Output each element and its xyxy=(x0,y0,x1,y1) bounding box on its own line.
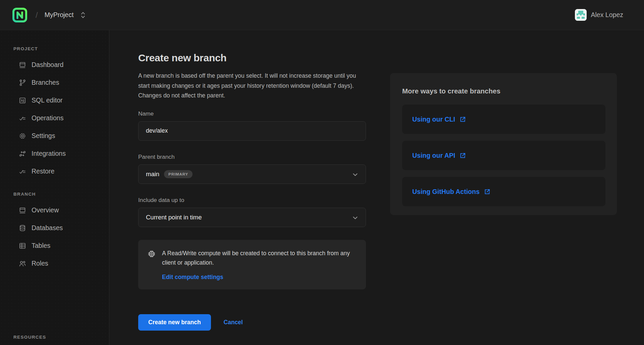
project-selector-icon[interactable] xyxy=(80,11,86,19)
parent-branch-value: main xyxy=(146,170,159,178)
form-actions: Create new branch Cancel xyxy=(138,314,366,331)
external-link-icon xyxy=(484,188,491,195)
external-link-icon xyxy=(459,116,466,123)
table-icon xyxy=(18,242,26,250)
sidebar-item-dashboard[interactable]: Dashboard xyxy=(0,56,109,74)
using-api-label: Using our API xyxy=(412,152,455,159)
using-cli-link[interactable]: Using our CLI xyxy=(412,116,466,123)
create-branch-button[interactable]: Create new branch xyxy=(138,314,211,331)
using-github-actions-link[interactable]: Using GitHub Actions xyxy=(412,188,491,196)
compute-note-text: A Read/Write compute will be created to … xyxy=(162,249,352,268)
branch-name-input[interactable] xyxy=(138,121,366,141)
edit-compute-settings-link[interactable]: Edit compute settings xyxy=(162,274,223,281)
dashboard-icon xyxy=(18,61,26,69)
avatar xyxy=(575,9,587,21)
sidebar-item-branches[interactable]: Branches xyxy=(0,74,109,91)
sidebar-item-label: Operations xyxy=(32,114,63,122)
users-icon xyxy=(18,260,26,268)
page-title: Create new branch xyxy=(138,52,366,64)
main-content: Create new branch A new branch is based … xyxy=(109,30,644,345)
user-menu[interactable]: Alex Lopez xyxy=(575,9,623,21)
sidebar-item-label: Integrations xyxy=(32,150,66,157)
include-data-select[interactable]: Current point in time xyxy=(138,208,366,227)
more-ways-title: More ways to create branches xyxy=(402,87,605,95)
cancel-link[interactable]: Cancel xyxy=(224,319,243,326)
integrations-icon xyxy=(18,150,26,158)
external-link-icon xyxy=(459,152,466,159)
sidebar-item-label: Branches xyxy=(32,79,59,86)
terminal-icon xyxy=(18,96,26,105)
sidebar-item-restore[interactable]: Restore xyxy=(0,162,109,180)
include-data-label: Include data up to xyxy=(138,197,366,204)
topbar: / MyProject Alex Lopez xyxy=(0,0,644,30)
overview-icon xyxy=(18,206,26,214)
database-icon xyxy=(18,224,26,232)
using-cli-label: Using our CLI xyxy=(412,116,455,123)
restore-checklist-icon xyxy=(18,167,26,176)
parent-branch-field-group: Parent branch main PRIMARY xyxy=(138,153,366,184)
parent-branch-label: Parent branch xyxy=(138,153,366,160)
sidebar-item-operations[interactable]: Operations xyxy=(0,109,109,127)
sidebar-section-resources: RESOURCES xyxy=(0,335,46,340)
breadcrumb-project-name[interactable]: MyProject xyxy=(45,11,74,19)
create-branch-form: Create new branch A new branch is based … xyxy=(138,52,366,331)
sidebar-item-overview[interactable]: Overview xyxy=(0,201,109,219)
sidebar-item-label: SQL editor xyxy=(32,96,63,104)
using-github-actions-label: Using GitHub Actions xyxy=(412,188,480,196)
compute-info-box: A Read/Write compute will be created to … xyxy=(138,240,366,289)
gear-icon xyxy=(18,132,26,140)
page-description: A new branch is based off the parent you… xyxy=(138,71,357,101)
sidebar-item-integrations[interactable]: Integrations xyxy=(0,145,109,162)
github-actions-card[interactable]: Using GitHub Actions xyxy=(402,177,605,206)
sidebar-item-sql-editor[interactable]: SQL editor xyxy=(0,91,109,109)
breadcrumb-separator: / xyxy=(36,10,38,20)
sidebar-item-label: Databases xyxy=(32,224,63,232)
sidebar-item-label: Dashboard xyxy=(32,61,63,69)
sidebar-item-label: Overview xyxy=(32,206,59,214)
sidebar-item-databases[interactable]: Databases xyxy=(0,219,109,237)
sidebar-item-label: Settings xyxy=(32,132,55,140)
sidebar-item-tables[interactable]: Tables xyxy=(0,237,109,255)
chevron-down-icon xyxy=(352,171,359,180)
parent-branch-select[interactable]: main PRIMARY xyxy=(138,164,366,184)
cpu-icon xyxy=(147,249,156,259)
primary-badge: PRIMARY xyxy=(164,170,193,178)
include-data-field-group: Include data up to Current point in time xyxy=(138,197,366,227)
chevron-down-icon xyxy=(352,214,359,223)
sidebar: PROJECT Dashboard Branches SQL editor xyxy=(0,30,109,345)
sidebar-item-label: Roles xyxy=(32,260,48,267)
include-data-value: Current point in time xyxy=(146,214,202,221)
name-label: Name xyxy=(138,110,366,117)
checklist-icon xyxy=(18,114,26,122)
neon-logo-icon[interactable] xyxy=(12,7,28,23)
more-ways-panel: More ways to create branches Using our C… xyxy=(390,73,617,215)
git-branch-icon xyxy=(18,79,26,87)
user-name: Alex Lopez xyxy=(591,11,623,19)
sidebar-item-settings[interactable]: Settings xyxy=(0,127,109,145)
using-api-link[interactable]: Using our API xyxy=(412,152,466,159)
name-field-group: Name xyxy=(138,110,366,141)
cli-card[interactable]: Using our CLI xyxy=(402,105,605,134)
sidebar-item-label: Restore xyxy=(32,167,54,175)
api-card[interactable]: Using our API xyxy=(402,141,605,170)
sidebar-section-project: PROJECT xyxy=(0,46,109,51)
sidebar-item-label: Tables xyxy=(32,242,50,250)
sidebar-item-roles[interactable]: Roles xyxy=(0,255,109,272)
sidebar-section-branch: BRANCH xyxy=(0,192,109,197)
